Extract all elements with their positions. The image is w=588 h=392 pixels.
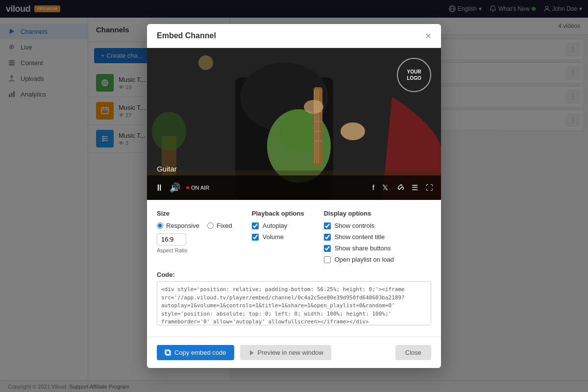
fixed-radio[interactable]	[207, 222, 214, 229]
playlist-icon[interactable]: ☰	[412, 183, 418, 193]
close-modal-button[interactable]: Close	[395, 345, 431, 360]
svg-point-44	[152, 112, 186, 151]
preview-btn-label: Preview in new window	[258, 349, 323, 356]
display-options: Display options Show controls Show conte…	[324, 210, 394, 263]
modal-overlay: Embed Channel ×	[0, 0, 588, 392]
volume-checkbox-label[interactable]: Volume	[252, 233, 304, 241]
display-checkbox-group: Show controls Show content title Show sh…	[324, 222, 394, 263]
your-logo-badge: YOUR LOGO	[397, 58, 431, 92]
svg-point-41	[341, 122, 365, 140]
on-air-dot	[186, 186, 189, 189]
volume-checkbox[interactable]	[252, 234, 259, 241]
autoplay-label: Autoplay	[263, 222, 288, 229]
code-section: Code:	[157, 271, 431, 327]
responsive-radio-label[interactable]: Responsive	[157, 222, 199, 229]
embed-code-textarea[interactable]	[157, 281, 431, 325]
modal-footer: Copy embed code Preview in new window Cl…	[147, 337, 441, 368]
copy-icon	[165, 349, 172, 356]
copy-embed-code-button[interactable]: Copy embed code	[157, 345, 234, 360]
svg-marker-49	[250, 350, 254, 355]
svg-point-42	[304, 100, 323, 114]
preview-icon	[248, 349, 255, 356]
volume-button[interactable]: 🔊	[170, 182, 180, 193]
aspect-ratio-wrapper: 16:9 4:3 1:1	[157, 233, 186, 245]
size-options: Size Responsive Fixed 16:9	[157, 210, 232, 263]
twitter-share-icon[interactable]: 𝕏	[382, 183, 388, 193]
copy-btn-label: Copy embed code	[174, 349, 226, 356]
on-air-indicator: ON AIR	[186, 185, 209, 191]
volume-label: Volume	[263, 233, 284, 241]
embed-channel-modal: Embed Channel ×	[147, 24, 441, 368]
ctrl-right-buttons: f 𝕏 ☰ ⛶	[372, 183, 433, 193]
video-preview: YOUR LOGO Guitar ⏸ 🔊 ON AIR f 𝕏	[147, 48, 441, 200]
show-share-label[interactable]: Show share buttons	[324, 245, 394, 252]
playback-label: Playback options	[252, 210, 304, 217]
video-controls-bar: ⏸ 🔊 ON AIR f 𝕏 ☰ ⛶	[147, 175, 441, 200]
svg-point-31	[279, 109, 318, 153]
fixed-label: Fixed	[217, 222, 232, 229]
options-row: Size Responsive Fixed 16:9	[157, 210, 431, 263]
facebook-share-icon[interactable]: f	[372, 183, 374, 193]
show-controls-checkbox[interactable]	[324, 222, 331, 229]
share-icon[interactable]	[396, 183, 404, 193]
show-share-checkbox[interactable]	[324, 245, 331, 252]
size-label: Size	[157, 210, 232, 217]
modal-title: Embed Channel	[157, 31, 216, 40]
channel-name-label: Guitar	[157, 165, 177, 173]
modal-header: Embed Channel ×	[147, 24, 441, 48]
modal-body: Size Responsive Fixed 16:9	[147, 200, 441, 337]
code-label: Code:	[157, 271, 431, 278]
autoplay-checkbox-label[interactable]: Autoplay	[252, 222, 304, 229]
fixed-radio-label[interactable]: Fixed	[207, 222, 232, 229]
preview-window-button[interactable]: Preview in new window	[240, 345, 331, 360]
playback-checkbox-group: Autoplay Volume	[252, 222, 304, 241]
aspect-ratio-label: Aspect Ratio	[157, 247, 232, 253]
aspect-ratio-select[interactable]: 16:9 4:3 1:1	[157, 233, 186, 245]
show-content-title-label[interactable]: Show content title	[324, 233, 394, 241]
pause-button[interactable]: ⏸	[155, 183, 164, 193]
size-radio-group: Responsive Fixed	[157, 222, 232, 229]
show-content-title-checkbox[interactable]	[324, 234, 331, 241]
show-controls-label[interactable]: Show controls	[324, 222, 394, 229]
svg-point-45	[198, 55, 213, 70]
display-label: Display options	[324, 210, 394, 217]
playback-options: Playback options Autoplay Volume	[252, 210, 304, 263]
responsive-radio[interactable]	[157, 222, 163, 229]
svg-rect-32	[314, 87, 322, 166]
fullscreen-icon[interactable]: ⛶	[426, 183, 433, 193]
autoplay-checkbox[interactable]	[252, 222, 259, 229]
open-playlist-label[interactable]: Open playlist on load	[324, 256, 394, 263]
open-playlist-checkbox[interactable]	[324, 256, 331, 263]
responsive-label: Responsive	[166, 222, 199, 229]
modal-close-button[interactable]: ×	[425, 31, 431, 41]
